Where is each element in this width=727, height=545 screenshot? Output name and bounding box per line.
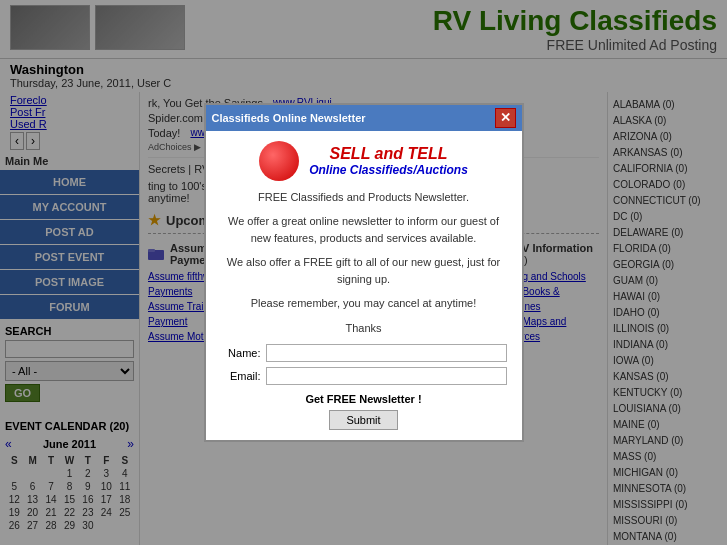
email-row: Email: bbox=[221, 367, 507, 385]
modal-title: Classifieds Online Newsletter bbox=[212, 112, 366, 124]
online-classifieds-heading: Online Classifieds/Auctions bbox=[309, 163, 468, 177]
modal-close-button[interactable]: ✕ bbox=[495, 108, 516, 128]
modal-form: Name: Email: Get FREE Newsletter ! Submi… bbox=[221, 344, 507, 430]
red-ball-icon bbox=[259, 141, 299, 181]
modal-titlebar: Classifieds Online Newsletter ✕ bbox=[206, 105, 522, 131]
modal-overlay[interactable]: Classifieds Online Newsletter ✕ SELL and… bbox=[0, 0, 727, 545]
sell-tell-heading: SELL and TELL bbox=[309, 145, 468, 163]
get-newsletter-label: Get FREE Newsletter ! bbox=[221, 393, 507, 405]
name-label: Name: bbox=[221, 347, 266, 359]
name-row: Name: bbox=[221, 344, 507, 362]
name-input[interactable] bbox=[266, 344, 507, 362]
submit-button[interactable]: Submit bbox=[329, 410, 397, 430]
modal-desc3: Please remember, you may cancel at anyti… bbox=[221, 295, 507, 312]
modal-desc1: We offer a great online newsletter to in… bbox=[221, 213, 507, 246]
modal-thanks: Thanks bbox=[221, 320, 507, 337]
email-label: Email: bbox=[221, 370, 266, 382]
modal-logo: SELL and TELL Online Classifieds/Auction… bbox=[221, 141, 507, 181]
newsletter-modal: Classifieds Online Newsletter ✕ SELL and… bbox=[204, 103, 524, 443]
email-input[interactable] bbox=[266, 367, 507, 385]
modal-free-line: FREE Classifieds and Products Newsletter… bbox=[221, 189, 507, 206]
modal-desc2: We also offer a FREE gift to all of our … bbox=[221, 254, 507, 287]
modal-body: SELL and TELL Online Classifieds/Auction… bbox=[206, 131, 522, 441]
